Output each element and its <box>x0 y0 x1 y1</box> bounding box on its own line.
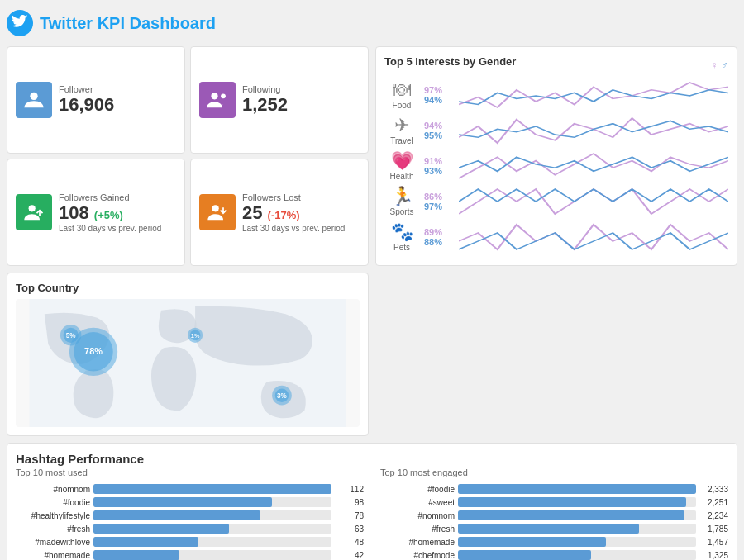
engaged-hashtag-bar <box>458 524 696 534</box>
engaged-hashtag-count: 2,234 <box>699 511 728 520</box>
engaged-hashtag-bar <box>458 497 696 507</box>
hashtag-name: #healthylifestyle <box>16 511 90 520</box>
hashtag-item: #healthylifestyle 78 <box>16 510 364 520</box>
following-icon <box>199 82 236 118</box>
lost-icon <box>199 194 236 230</box>
hashtag-bar <box>93 550 331 560</box>
top-row: Follower 16,906 Following 1,252 <box>7 46 737 266</box>
engaged-hashtag-name: #sweet <box>380 498 455 507</box>
gained-icon <box>16 194 52 230</box>
following-value: 1,252 <box>242 94 288 116</box>
interests-panel: Top 5 Interests by Gender ♀ ♂ 🍽Food97%94… <box>375 46 737 266</box>
dashboard-title: Twitter KPI Dashboard <box>40 14 216 33</box>
follower-info: Follower 16,906 <box>59 84 114 116</box>
hashtag-item: #foodie 98 <box>16 497 364 507</box>
kpi-follower: Follower 16,906 <box>7 46 185 154</box>
hashtag-item: #nomnom 112 <box>16 484 364 494</box>
hashtag-count: 42 <box>335 551 364 560</box>
most-used-list: #nomnom 112 #foodie 98 #healthylifestyle… <box>16 484 364 560</box>
engaged-hashtag-name: #homemade <box>380 538 455 547</box>
most-engaged-column: Top 10 most engaged #foodie 2,333 #sweet… <box>380 467 728 560</box>
female-icon: ♀ <box>711 59 718 71</box>
svg-point-1 <box>211 93 217 99</box>
interest-row-pets: 🐾Pets89%88% <box>384 221 728 252</box>
engaged-hashtag-item: #sweet 2,251 <box>380 497 728 507</box>
engaged-hashtag-count: 2,251 <box>699 498 728 507</box>
svg-text:78%: 78% <box>84 346 103 356</box>
engaged-hashtag-count: 2,333 <box>699 485 728 494</box>
hashtag-count: 63 <box>335 524 364 534</box>
engaged-hashtag-name: #nomnom <box>380 511 455 520</box>
svg-point-2 <box>221 93 226 98</box>
gained-label: Followers Gained <box>59 192 161 202</box>
hashtag-panel: Hashtag Performance Top 10 most used #no… <box>7 443 737 560</box>
world-map-svg: 78% 5% 1% 3% <box>16 299 360 427</box>
follower-icon <box>16 82 52 118</box>
engaged-hashtag-count: 1,785 <box>699 524 728 534</box>
lost-sub: Last 30 days vs prev. period <box>242 224 345 233</box>
twitter-icon <box>7 10 33 36</box>
interest-row-health: 💗Health91%93% <box>384 150 728 181</box>
hashtag-columns: Top 10 most used #nomnom 112 #foodie 98 … <box>16 467 728 560</box>
hashtag-name: #fresh <box>16 524 90 534</box>
most-engaged-label: Top 10 most engaged <box>380 467 728 477</box>
engaged-hashtag-item: #homemade 1,457 <box>380 537 728 547</box>
hashtag-name: #foodie <box>16 498 90 507</box>
hashtag-bar <box>93 484 331 494</box>
kpi-following: Following 1,252 <box>190 46 369 154</box>
engaged-hashtag-count: 1,325 <box>699 551 728 560</box>
dashboard: Twitter KPI Dashboard Follower 16,906 <box>0 0 744 560</box>
engaged-hashtag-count: 1,457 <box>699 538 728 547</box>
interest-row-sports: 🏃Sports86%97% <box>384 186 728 216</box>
lost-info: Followers Lost 25 (-17%) Last 30 days vs… <box>242 192 345 233</box>
following-info: Following 1,252 <box>242 84 288 116</box>
hashtag-bar <box>93 537 331 547</box>
engaged-hashtag-name: #fresh <box>380 524 455 534</box>
engaged-hashtag-name: #chefmode <box>380 551 455 560</box>
hashtag-bar <box>93 510 331 520</box>
hashtag-count: 78 <box>335 511 364 520</box>
lost-value: 25 (-17%) <box>242 202 345 224</box>
follower-value: 16,906 <box>59 94 114 116</box>
hashtag-count: 98 <box>335 498 364 507</box>
engaged-hashtag-bar <box>458 550 696 560</box>
hashtag-name: #nomnom <box>16 485 90 494</box>
engaged-hashtag-bar <box>458 537 696 547</box>
most-engaged-list: #foodie 2,333 #sweet 2,251 #nomnom 2,234… <box>380 484 728 560</box>
hashtag-bar <box>93 497 331 507</box>
map-title: Top Country <box>16 282 360 294</box>
following-label: Following <box>242 84 288 94</box>
interest-row-travel: ✈Travel94%95% <box>384 115 728 145</box>
interest-row-food: 🍽Food97%94% <box>384 79 728 110</box>
kpi-lost: Followers Lost 25 (-17%) Last 30 days vs… <box>190 159 369 266</box>
svg-point-0 <box>30 93 37 100</box>
kpi-section: Follower 16,906 Following 1,252 <box>7 46 369 266</box>
hashtag-name: #madewithlove <box>16 538 90 547</box>
map-panel: Top Country <box>7 273 369 436</box>
hashtag-count: 48 <box>335 538 364 547</box>
hashtag-title: Hashtag Performance <box>16 452 728 466</box>
middle-row: Top Country <box>7 273 737 436</box>
hashtag-bar <box>93 524 331 534</box>
gained-info: Followers Gained 108 (+5%) Last 30 days … <box>59 192 161 233</box>
engaged-hashtag-item: #chefmode 1,325 <box>380 550 728 560</box>
svg-text:5%: 5% <box>66 332 77 339</box>
kpi-gained: Followers Gained 108 (+5%) Last 30 days … <box>7 159 185 266</box>
hashtag-item: #homemade 42 <box>16 550 364 560</box>
most-used-label: Top 10 most used <box>16 467 364 477</box>
follower-label: Follower <box>59 84 114 94</box>
map-area: 78% 5% 1% 3% <box>16 299 360 427</box>
interests-title: Top 5 Interests by Gender <box>384 55 516 68</box>
engaged-hashtag-name: #foodie <box>380 485 455 494</box>
gained-sub: Last 30 days vs prev. period <box>59 224 161 233</box>
male-icon: ♂ <box>721 59 728 71</box>
engaged-hashtag-item: #fresh 1,785 <box>380 524 728 534</box>
svg-text:3%: 3% <box>277 392 288 400</box>
lost-label: Followers Lost <box>242 192 345 202</box>
header: Twitter KPI Dashboard <box>7 7 737 40</box>
gender-icons: ♀ ♂ <box>711 59 728 71</box>
engaged-hashtag-bar <box>458 510 696 520</box>
interests-list: 🍽Food97%94% ✈Travel94%95% 💗Health91%93% … <box>384 79 728 252</box>
engaged-hashtag-item: #nomnom 2,234 <box>380 510 728 520</box>
hashtag-name: #homemade <box>16 551 90 560</box>
